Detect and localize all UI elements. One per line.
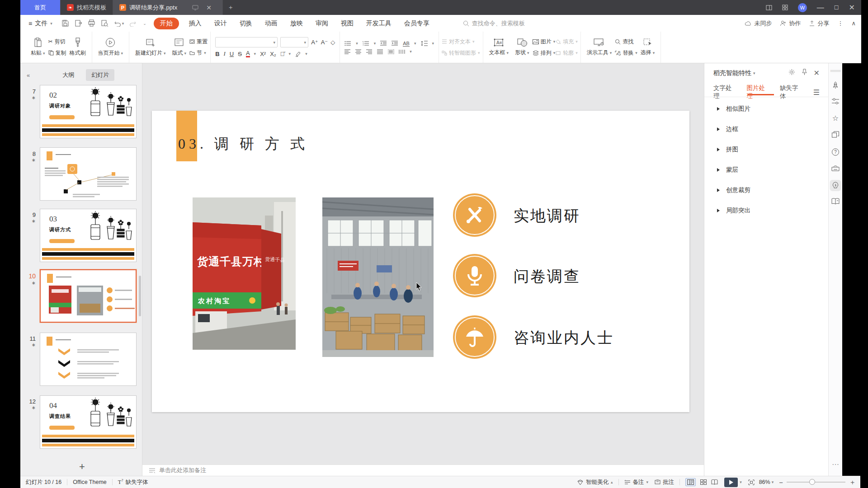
item-label[interactable]: 实地调研 bbox=[514, 206, 580, 226]
cut-button[interactable]: ✂剪切 bbox=[48, 38, 66, 46]
maximize-button[interactable]: ☐ bbox=[834, 5, 839, 11]
menu-tab-home[interactable]: 开始 bbox=[154, 18, 179, 29]
subscript-button[interactable]: X₂ bbox=[270, 51, 276, 57]
panel-tab-image[interactable]: 图片处理 bbox=[747, 84, 769, 100]
avatar[interactable]: W bbox=[798, 3, 807, 12]
new-tab-button[interactable]: ＋ bbox=[223, 0, 238, 15]
item-circle-umbrella[interactable] bbox=[453, 315, 496, 359]
panel-item-creative-crop[interactable]: 创意裁剪 bbox=[717, 186, 750, 194]
panel-item-collage[interactable]: 拼图 bbox=[717, 145, 738, 154]
fill-button[interactable]: 填充▾ bbox=[555, 38, 578, 46]
fit-slide-button[interactable] bbox=[748, 479, 755, 485]
slide-layout-button[interactable]: 版式▾ bbox=[169, 32, 190, 63]
find-button[interactable]: 查找 bbox=[615, 38, 637, 46]
menu-tab-animation[interactable]: 动画 bbox=[259, 19, 284, 28]
print-preview-icon[interactable] bbox=[98, 19, 111, 27]
rail-drag-handle[interactable]: ══ bbox=[830, 67, 841, 75]
bullet-list-button[interactable] bbox=[344, 41, 351, 46]
align-text-button[interactable]: 对齐文本▾ bbox=[442, 38, 480, 46]
align-left-button[interactable] bbox=[344, 49, 351, 54]
item-label[interactable]: 咨询业内人士 bbox=[514, 328, 614, 348]
slide-9-thumbnail[interactable]: 03 调研方式 bbox=[40, 209, 137, 262]
replace-button[interactable]: AB替换▾ bbox=[615, 49, 637, 57]
slide-10-thumbnail[interactable] bbox=[40, 269, 137, 323]
panel-item-local-highlight[interactable]: 局部突出 bbox=[717, 206, 750, 215]
slide-8-thumbnail[interactable] bbox=[40, 147, 137, 201]
align-center-button[interactable] bbox=[355, 49, 362, 54]
share-button[interactable]: 分享 bbox=[809, 19, 829, 28]
close-panel-icon[interactable]: ✕ bbox=[814, 69, 820, 77]
strikethrough-button[interactable]: S bbox=[238, 51, 242, 57]
menu-tab-design[interactable]: 设计 bbox=[208, 19, 233, 28]
save-icon[interactable] bbox=[59, 19, 72, 27]
rail-more-icon[interactable]: ⋯ bbox=[832, 460, 839, 469]
more-menu-icon[interactable]: ⋮ bbox=[837, 20, 843, 27]
outline-button[interactable]: 轮廓▾ bbox=[555, 49, 578, 57]
notes-bar[interactable]: 单击此处添加备注 bbox=[142, 465, 704, 476]
panel-title[interactable]: 稻壳智能特性 bbox=[713, 69, 751, 77]
add-slide-button[interactable]: + bbox=[79, 461, 85, 473]
format-painter-button[interactable]: 格式刷 bbox=[66, 32, 89, 63]
text-direction-button[interactable]: AB bbox=[403, 41, 410, 47]
shapes-button[interactable]: 形状▾ bbox=[512, 32, 533, 63]
tab-home[interactable]: 首页 bbox=[20, 0, 61, 15]
zoom-caret[interactable]: ▾ bbox=[772, 480, 774, 484]
collapse-ribbon-icon[interactable]: ∧ bbox=[851, 20, 856, 27]
slide-11-thumbnail[interactable] bbox=[40, 333, 137, 386]
settings-sliders-icon[interactable] bbox=[831, 98, 840, 105]
menu-tab-member[interactable]: 会员专享 bbox=[398, 19, 436, 28]
font-color-button[interactable]: A bbox=[246, 51, 250, 57]
photo-warehouse[interactable] bbox=[322, 197, 434, 357]
picture-button[interactable]: 图片▾ bbox=[533, 38, 556, 46]
menu-tab-view[interactable]: 视图 bbox=[335, 19, 360, 28]
increase-indent-button[interactable] bbox=[392, 41, 398, 46]
reset-slide-button[interactable]: 重置 bbox=[189, 38, 208, 46]
zoom-slider[interactable] bbox=[787, 482, 845, 483]
arrange-button[interactable]: 排列▾ bbox=[533, 49, 556, 57]
print-icon[interactable] bbox=[85, 19, 98, 27]
highlight-button[interactable] bbox=[295, 51, 301, 57]
panel-menu-icon[interactable]: ☰ bbox=[813, 88, 820, 97]
zoom-level[interactable]: 86% bbox=[759, 479, 770, 485]
help-icon[interactable]: ? bbox=[832, 148, 840, 156]
line-spacing-button[interactable] bbox=[421, 41, 428, 46]
section-button[interactable]: 节▾ bbox=[189, 49, 208, 57]
zoom-out-button[interactable]: − bbox=[779, 479, 783, 486]
slide-title[interactable]: 03. 调 研 方 式 bbox=[178, 134, 308, 154]
play-slideshow-button[interactable] bbox=[724, 478, 738, 487]
new-slide-button[interactable]: 新建幻灯片▾ bbox=[132, 32, 169, 63]
close-document-icon[interactable]: ✕ bbox=[202, 4, 216, 11]
layout-grid-icon[interactable] bbox=[782, 5, 788, 10]
export-icon[interactable] bbox=[72, 19, 85, 27]
item-circle-microphone[interactable] bbox=[453, 254, 496, 297]
collaborate-button[interactable]: 协作 bbox=[780, 19, 801, 28]
menu-tab-review[interactable]: 审阅 bbox=[309, 19, 335, 28]
photo-trucks[interactable]: 货通千县万村 农村淘宝 货通千县 bbox=[193, 197, 296, 350]
smart-beautify-button[interactable]: 智能美化▴ bbox=[577, 479, 613, 486]
panel-tab-fonts[interactable]: 缺失字体 bbox=[780, 84, 802, 100]
missing-fonts-button[interactable]: T? 缺失字体 bbox=[118, 478, 148, 486]
slide-7-thumbnail[interactable]: 02 调研对象 bbox=[40, 85, 137, 138]
presentation-tools-button[interactable]: 演示工具▾ bbox=[584, 32, 615, 63]
inspiration-icon[interactable] bbox=[830, 180, 841, 191]
justify-button[interactable] bbox=[377, 49, 383, 54]
panel-item-border[interactable]: 边框 bbox=[717, 125, 738, 133]
signature-icon[interactable] bbox=[831, 164, 840, 172]
menu-tab-developer[interactable]: 开发工具 bbox=[360, 19, 398, 28]
theme-name[interactable]: Office Theme bbox=[73, 479, 107, 485]
undo-button[interactable]: ▾ bbox=[111, 20, 127, 27]
italic-button[interactable]: I bbox=[224, 50, 226, 57]
sync-status[interactable]: 未同步 bbox=[745, 19, 772, 28]
minimize-button[interactable]: — bbox=[817, 4, 824, 12]
comments-button[interactable]: 批注 bbox=[655, 479, 674, 486]
sidebar-scrollbar[interactable] bbox=[139, 276, 141, 316]
normal-view-button[interactable] bbox=[685, 478, 696, 486]
decrease-indent-button[interactable] bbox=[380, 41, 387, 46]
panel-item-similar-images[interactable]: 相似图片 bbox=[717, 105, 750, 113]
menu-tab-transition[interactable]: 切换 bbox=[233, 19, 259, 28]
file-menu[interactable]: ≡ 文件▾ bbox=[20, 19, 59, 28]
close-window-button[interactable]: ✕ bbox=[849, 3, 855, 12]
toolbar-options-caret[interactable]: ⌄ bbox=[139, 21, 150, 26]
rocket-icon[interactable] bbox=[831, 81, 840, 89]
notes-toggle-button[interactable]: 备注▾ bbox=[624, 479, 649, 486]
